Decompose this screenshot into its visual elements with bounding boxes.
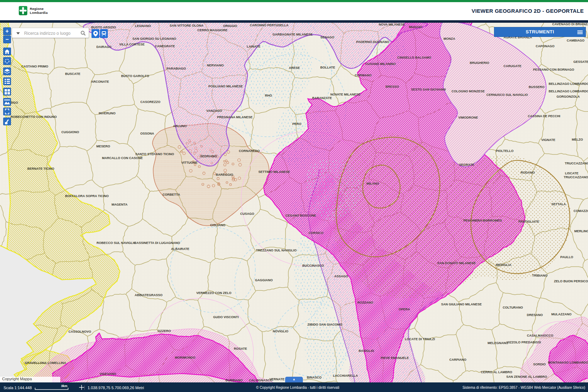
svg-text:CORSICO: CORSICO	[309, 231, 323, 235]
svg-text:ABBIATEGRASSO: ABBIATEGRASSO	[135, 293, 162, 297]
svg-text:CASSINETTA DI LUGAGNANO: CASSINETTA DI LUGAGNANO	[134, 241, 180, 245]
svg-text:LEGNANO: LEGNANO	[135, 24, 151, 28]
svg-text:VIMODRONE: VIMODRONE	[458, 116, 478, 119]
svg-text:LACCHIARELLA: LACCHIARELLA	[333, 374, 358, 377]
svg-text:DRESANO: DRESANO	[527, 313, 543, 317]
svg-text:SESTO SAN GIOVANNI: SESTO SAN GIOVANNI	[411, 88, 446, 91]
svg-text:SENAGO: SENAGO	[320, 36, 334, 39]
svg-text:VIGEVANO: VIGEVANO	[100, 372, 116, 376]
svg-text:PESCHIERA BORROMEO: PESCHIERA BORROMEO	[464, 219, 502, 222]
svg-text:COLOGNO MONZESE: COLOGNO MONZESE	[451, 89, 485, 93]
svg-text:CASSOLNOVO: CASSOLNOVO	[68, 330, 91, 333]
svg-text:CORMANO: CORMANO	[355, 74, 372, 77]
svg-text:GORGONZOLA: GORGONZOLA	[556, 95, 580, 98]
svg-text:BERNATE TICINO: BERNATE TICINO	[27, 167, 54, 170]
svg-text:BUSTO GAROLFO: BUSTO GAROLFO	[121, 74, 149, 78]
svg-text:SORDIO: SORDIO	[533, 363, 546, 366]
svg-text:MAGENTA: MAGENTA	[112, 203, 128, 206]
svg-text:OPERA: OPERA	[399, 307, 410, 311]
svg-text:BUSSERO: BUSSERO	[529, 85, 545, 89]
svg-text:NOVIGLIO: NOVIGLIO	[273, 330, 288, 333]
svg-text:CUSANO MILANINO: CUSANO MILANINO	[365, 62, 396, 66]
svg-text:ARLUNO: ARLUNO	[173, 124, 187, 128]
svg-text:PARABIAGO: PARABIAGO	[167, 67, 186, 70]
svg-text:GAGGIANO: GAGGIANO	[255, 278, 273, 282]
svg-text:NERVIANO: NERVIANO	[207, 64, 223, 67]
svg-text:MARCALLO CON CASONE: MARCALLO CON CASONE	[102, 156, 143, 160]
svg-text:CASALMAIOCCO: CASALMAIOCCO	[527, 334, 554, 337]
svg-text:MESERO: MESERO	[96, 145, 110, 148]
svg-text:CISLIANO: CISLIANO	[210, 223, 225, 227]
svg-text:ZIBIDO SAN GIACOMO: ZIBIDO SAN GIACOMO	[307, 323, 343, 326]
svg-text:OSSONA: OSSONA	[140, 132, 154, 135]
svg-text:ARCONATE: ARCONATE	[91, 80, 109, 83]
svg-text:BUCCINASCO: BUCCINASCO	[302, 264, 324, 267]
svg-text:CINISELLO BALSAMO: CINISELLO BALSAMO	[397, 56, 431, 59]
svg-text:PIEVE EMANUELE: PIEVE EMANUELE	[381, 356, 409, 360]
svg-text:PERO: PERO	[292, 122, 301, 126]
svg-text:CARONNO PERTUSELLA: CARONNO PERTUSELLA	[250, 23, 289, 27]
svg-text:RHO: RHO	[265, 94, 272, 97]
svg-text:CASSINA DE PECCHI: CASSINA DE PECCHI	[528, 114, 560, 118]
svg-text:BUBBIANO: BUBBIANO	[226, 379, 243, 382]
svg-text:CALVIGNASCO: CALVIGNASCO	[249, 379, 272, 382]
svg-text:SETTIMO MILANESE: SETTIMO MILANESE	[258, 170, 290, 174]
svg-text:CARUGATE: CARUGATE	[504, 64, 521, 68]
svg-text:BARANZATE: BARANZATE	[312, 96, 332, 100]
svg-text:VANZAGO: VANZAGO	[206, 109, 222, 113]
svg-text:VIZZOLO PREDABISSI: VIZZOLO PREDABISSI	[507, 341, 541, 344]
svg-text:SAN ZENONE AL LAMBRO: SAN ZENONE AL LAMBRO	[506, 375, 547, 379]
svg-text:SANTO STEFANO TICINO: SANTO STEFANO TICINO	[135, 152, 174, 156]
svg-text:ORIGGIO: ORIGGIO	[223, 24, 237, 28]
svg-text:SEDRIANO: SEDRIANO	[200, 154, 217, 158]
svg-text:TRIBIANO: TRIBIANO	[532, 274, 548, 277]
svg-text:SAN VITTORE OLONA: SAN VITTORE OLONA	[170, 24, 204, 27]
svg-text:MILANO: MILANO	[366, 182, 379, 185]
svg-text:CERRO AL LAMBRO: CERRO AL LAMBRO	[481, 370, 512, 374]
svg-text:ROBECCO SUL NAVIGLIO: ROBECCO SUL NAVIGLIO	[96, 241, 136, 245]
svg-text:BELLINZAGO LOMBARDO: BELLINZAGO LOMBARDO	[549, 82, 588, 86]
svg-text:PADERNO DUGNANO: PADERNO DUGNANO	[356, 40, 389, 44]
svg-text:LISCATE: LISCATE	[565, 172, 578, 175]
svg-text:ZELO BUON PERSICO: ZELO BUON PERSICO	[554, 279, 588, 283]
svg-text:MUGGIO: MUGGIO	[409, 25, 422, 29]
svg-text:NOVA MILANESE: NOVA MILANESE	[379, 23, 405, 26]
svg-text:TREZZANO SUL NAVIGLIO: TREZZANO SUL NAVIGLIO	[256, 249, 297, 252]
svg-text:BRUGHERIO: BRUGHERIO	[470, 61, 489, 65]
svg-text:CORBETTA: CORBETTA	[162, 193, 180, 196]
svg-text:ROBECCHETTO CON INDUNO: ROBECCHETTO CON INDUNO	[11, 115, 57, 119]
svg-text:INVERUNO: INVERUNO	[99, 111, 116, 115]
svg-text:CAVENAGO DI BRIANZA: CAVENAGO DI BRIANZA	[552, 23, 588, 26]
svg-text:CUGGIONO: CUGGIONO	[61, 130, 79, 134]
svg-text:ARESE: ARESE	[289, 66, 300, 70]
svg-text:SAN DONATO MILANESE: SAN DONATO MILANESE	[437, 261, 476, 265]
svg-text:BUSCATE: BUSCATE	[65, 72, 81, 76]
svg-text:COLTURANO: COLTURANO	[503, 306, 523, 309]
svg-text:CERNUSCO SUL NAVIGLIO: CERNUSCO SUL NAVIGLIO	[486, 93, 528, 97]
svg-text:ROZZANO: ROZZANO	[357, 301, 373, 304]
svg-text:CERRO MAGGIORE: CERRO MAGGIORE	[197, 28, 227, 32]
svg-text:MONTANASO LOMBARDO: MONTANASO LOMBARDO	[548, 361, 588, 364]
svg-text:BUSTO ARSIZIO: BUSTO ARSIZIO	[91, 26, 116, 29]
svg-text:CASOREZZO: CASOREZZO	[140, 100, 161, 104]
svg-text:CORNAREDO: CORNAREDO	[239, 149, 260, 153]
svg-text:CUSAGO: CUSAGO	[240, 212, 254, 216]
svg-text:SAN GIULIANO MILANESE: SAN GIULIANO MILANESE	[441, 303, 482, 306]
svg-text:BOLLATE: BOLLATE	[320, 66, 335, 69]
svg-text:PIOLTELLO: PIOLTELLO	[496, 149, 514, 153]
svg-text:BASIGLIO: BASIGLIO	[359, 349, 374, 353]
svg-text:CASTANO PRIMO: CASTANO PRIMO	[21, 65, 48, 68]
svg-text:TRUCCAZZANO: TRUCCAZZANO	[564, 175, 588, 179]
svg-text:LOCATE DI TRIULZI: LOCATE DI TRIULZI	[405, 337, 435, 341]
svg-text:MERLINO: MERLINO	[574, 229, 588, 233]
svg-text:LAINATE: LAINATE	[247, 45, 260, 48]
svg-text:MELZO: MELZO	[572, 138, 583, 141]
svg-text:CAMBIAGO: CAMBIAGO	[567, 39, 584, 42]
svg-text:BINASCO: BINASCO	[307, 376, 322, 379]
svg-text:GUDO VISCONTI: GUDO VISCONTI	[213, 315, 239, 319]
svg-text:OZZERO: OZZERO	[157, 329, 171, 333]
svg-text:POGLIANO MILANESE: POGLIANO MILANESE	[208, 85, 243, 88]
svg-text:MONZA: MONZA	[444, 37, 455, 40]
svg-text:ROSATE: ROSATE	[234, 347, 247, 350]
svg-text:TRUCCAZZANO: TRUCCAZZANO	[565, 162, 588, 165]
